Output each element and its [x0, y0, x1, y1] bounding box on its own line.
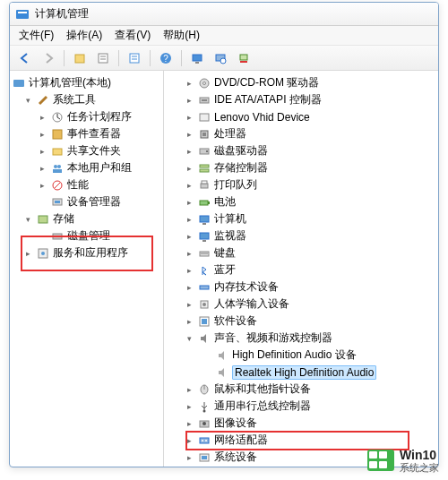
chevron-right-icon[interactable]: ▸	[184, 249, 194, 258]
properties-button[interactable]	[93, 48, 113, 68]
refresh-button[interactable]	[234, 48, 254, 68]
speaker-icon	[215, 365, 229, 380]
svg-point-32	[203, 81, 206, 84]
svg-rect-47	[202, 223, 206, 225]
svg-point-61	[202, 422, 206, 425]
chevron-right-icon[interactable]: ▸	[184, 164, 194, 173]
svg-point-39	[206, 150, 208, 152]
device-category-label: 监视器	[214, 228, 246, 244]
device-category[interactable]: ▸处理器	[166, 125, 436, 142]
chevron-down-icon[interactable]: ▾	[22, 215, 33, 224]
chevron-right-icon[interactable]: ▸	[184, 266, 194, 275]
device-category[interactable]: ▸人体学输入设备	[166, 296, 436, 313]
chevron-right-icon[interactable]: ▸	[184, 300, 194, 309]
chevron-right-icon[interactable]: ▸	[184, 215, 194, 224]
svg-rect-22	[53, 169, 62, 173]
menu-action[interactable]: 操作(A)	[66, 28, 102, 43]
monitor-button[interactable]	[187, 48, 207, 68]
device-item[interactable]: Realtek High Definition Audio	[166, 364, 436, 381]
device-category[interactable]: ▸存储控制器	[166, 159, 436, 176]
up-button[interactable]	[70, 48, 90, 68]
chevron-down-icon[interactable]: ▾	[22, 96, 33, 105]
chevron-right-icon[interactable]: ▸	[184, 402, 194, 411]
chevron-right-icon[interactable]: ▸	[184, 113, 194, 122]
chevron-right-icon[interactable]: ▸	[37, 113, 47, 122]
tree-task-scheduler[interactable]: ▸ 任务计划程序	[10, 108, 163, 125]
device-category[interactable]: ▸计算机	[166, 210, 436, 227]
device-category[interactable]: ▸鼠标和其他指针设备	[166, 381, 436, 398]
tree-device-manager[interactable]: 设备管理器	[10, 193, 163, 210]
chevron-right-icon[interactable]: ▸	[184, 385, 194, 394]
tree-storage[interactable]: ▾ 存储	[10, 210, 163, 227]
svg-point-54	[202, 303, 206, 306]
chevron-right-icon[interactable]: ▸	[37, 130, 47, 139]
device-category[interactable]: ▸磁盘驱动器	[166, 142, 436, 159]
menu-help[interactable]: 帮助(H)	[163, 28, 200, 43]
back-button[interactable]	[15, 48, 35, 68]
left-pane: 计算机管理(本地) ▾ 系统工具 ▸ 任务计划程序 ▸ 事件查看器	[10, 71, 164, 467]
tree-services[interactable]: ▸ 服务和应用程序	[10, 244, 163, 261]
body: 计算机管理(本地) ▾ 系统工具 ▸ 任务计划程序 ▸ 事件查看器	[10, 71, 438, 467]
device-item-label: High Definition Audio 设备	[232, 347, 357, 363]
device-category-label: IDE ATA/ATAPI 控制器	[214, 92, 322, 107]
device-category[interactable]: ▸电池	[166, 193, 436, 210]
chevron-right-icon[interactable]: ▸	[184, 283, 194, 292]
tree-event-viewer[interactable]: ▸ 事件查看器	[10, 125, 163, 142]
device-category[interactable]: ▸监视器	[166, 227, 436, 244]
device-category-label: 内存技术设备	[214, 279, 279, 295]
chevron-right-icon[interactable]: ▸	[37, 164, 47, 173]
chevron-right-icon[interactable]: ▸	[184, 130, 194, 139]
management-tree: 计算机管理(本地) ▾ 系统工具 ▸ 任务计划程序 ▸ 事件查看器	[10, 74, 163, 261]
device-category[interactable]: ▸软件设备	[166, 313, 436, 330]
device-category[interactable]: ▸Lenovo Vhid Device	[166, 108, 436, 125]
chevron-down-icon[interactable]: ▾	[184, 334, 194, 343]
menu-file[interactable]: 文件(F)	[19, 28, 54, 43]
chevron-right-icon[interactable]: ▸	[184, 436, 194, 445]
device-category[interactable]: ▸通用串行总线控制器	[166, 398, 436, 415]
list-button[interactable]	[125, 48, 144, 68]
tree-disk-management[interactable]: 磁盘管理	[10, 227, 163, 244]
device-category[interactable]: ▸DVD/CD-ROM 驱动器	[166, 74, 436, 91]
chevron-right-icon[interactable]: ▸	[184, 419, 194, 428]
chevron-right-icon[interactable]: ▸	[184, 96, 194, 105]
chevron-right-icon[interactable]: ▸	[184, 232, 194, 241]
svg-point-30	[41, 252, 45, 255]
chevron-right-icon[interactable]: ▸	[22, 249, 33, 258]
chevron-right-icon[interactable]: ▸	[184, 181, 194, 190]
chevron-right-icon[interactable]: ▸	[184, 79, 194, 88]
chevron-right-icon[interactable]: ▸	[184, 198, 194, 207]
chevron-right-icon[interactable]: ▸	[184, 317, 194, 326]
watermark-line1: Win10	[400, 449, 439, 462]
right-pane: ▸DVD/CD-ROM 驱动器▸IDE ATA/ATAPI 控制器▸Lenovo…	[164, 71, 438, 467]
chevron-right-icon[interactable]: ▸	[37, 147, 47, 156]
svg-rect-19	[53, 149, 62, 155]
app-icon	[15, 7, 30, 21]
device-category[interactable]: ▸内存技术设备	[166, 279, 436, 296]
device-category[interactable]: ▸键盘	[166, 244, 436, 261]
chevron-right-icon[interactable]: ▸	[37, 181, 47, 190]
device-item[interactable]: High Definition Audio 设备	[166, 347, 436, 364]
device-category[interactable]: ▸蓝牙	[166, 261, 436, 279]
device-category[interactable]: ▸IDE ATA/ATAPI 控制器	[166, 91, 436, 108]
chevron-right-icon[interactable]: ▸	[184, 147, 194, 156]
tree-shared-folders[interactable]: ▸ 共享文件夹	[10, 142, 163, 159]
toolbar: ?	[10, 46, 438, 71]
forward-button[interactable]	[39, 48, 58, 68]
help-button[interactable]: ?	[156, 48, 176, 68]
tree-system-tools[interactable]: ▾ 系统工具	[10, 91, 163, 108]
tools-icon	[36, 93, 50, 107]
device-category[interactable]: ▸图像设备	[166, 415, 436, 432]
tree-local-users[interactable]: ▸ 本地用户和组	[10, 159, 163, 176]
svg-rect-2	[75, 55, 84, 63]
device-category[interactable]: ▾声音、视频和游戏控制器	[166, 330, 436, 347]
device-category[interactable]: ▸打印队列	[166, 176, 436, 193]
event-icon	[50, 127, 65, 141]
menu-view[interactable]: 查看(V)	[115, 28, 151, 43]
scan-button[interactable]	[211, 48, 230, 68]
tree-root[interactable]: 计算机管理(本地)	[10, 74, 163, 91]
disk-icon	[50, 229, 65, 244]
tree-performance[interactable]: ▸ 性能	[10, 176, 163, 193]
svg-rect-1	[18, 12, 27, 13]
chevron-right-icon[interactable]: ▸	[184, 453, 194, 462]
svg-rect-43	[202, 181, 207, 184]
